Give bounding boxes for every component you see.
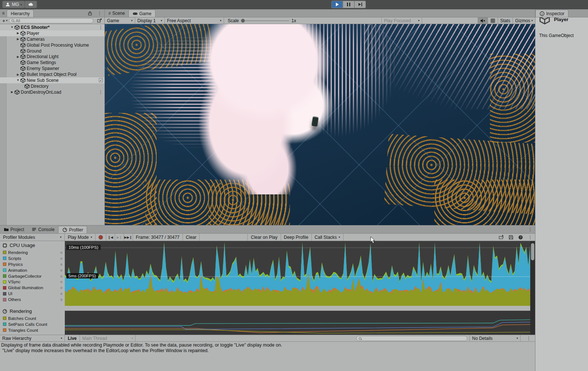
scrollbar-thumb[interactable] <box>531 243 534 260</box>
call-stacks-dropdown[interactable]: Call Stacks▾ <box>312 234 344 241</box>
display-dropdown[interactable]: Display 1▾ <box>135 17 165 24</box>
live-toggle[interactable]: Live <box>65 335 80 341</box>
tree-row[interactable]: ▶ Bullet Impact Object Pool <box>0 71 104 77</box>
cloud-services-button[interactable] <box>24 1 37 8</box>
expander-icon[interactable]: ▼ <box>16 78 20 82</box>
expander-icon[interactable]: ▶ <box>16 73 20 76</box>
tree-row[interactable]: Ground <box>0 48 104 54</box>
next-frame-button[interactable]: ▶❙ <box>115 234 124 241</box>
drag-handle-icon[interactable]: ≡ <box>60 262 63 267</box>
tab-console[interactable]: Console <box>28 226 58 233</box>
legend-row[interactable]: Animation≡ <box>0 267 65 273</box>
mute-audio-button[interactable] <box>478 17 488 24</box>
cpu-usage-chart[interactable]: 10ms (100FPS) 5ms (200FPS) <box>65 241 530 306</box>
tree-row[interactable]: Enemy Spawner <box>0 66 104 71</box>
hamburger-icon[interactable]: ≡ <box>0 9 7 17</box>
tab-project[interactable]: Project <box>0 226 28 233</box>
first-frame-button[interactable]: ❙◀ <box>106 234 115 241</box>
play-mode-dropdown[interactable]: Play Mode▾ <box>65 234 96 241</box>
clear-button[interactable]: Clear <box>183 234 200 241</box>
tab-scene[interactable]: # Scene <box>105 10 128 17</box>
tree-row[interactable]: ▶ Directional Light <box>0 54 104 60</box>
help-icon[interactable] <box>516 234 525 241</box>
tree-row-scene[interactable]: ▼ ECS Shooter* ⋮ <box>0 24 104 30</box>
step-button[interactable] <box>354 1 366 8</box>
tree-row[interactable]: ▶ Player <box>0 30 104 36</box>
load-profile-icon[interactable] <box>497 234 506 241</box>
expander-icon[interactable]: ▼ <box>10 26 14 29</box>
tab-hierarchy[interactable]: Hierarchy <box>7 10 34 17</box>
drag-handle-icon[interactable]: ≡ <box>60 256 63 261</box>
scene-menu-icon[interactable]: ⋮ <box>98 90 103 95</box>
save-profile-icon[interactable] <box>506 234 516 241</box>
legend-row[interactable]: Batches Count <box>0 315 65 321</box>
drag-handle-icon[interactable]: ≡ <box>60 285 63 290</box>
legend-row[interactable]: VSync≡ <box>0 279 65 285</box>
legend-row[interactable]: Physics≡ <box>0 261 65 267</box>
expander-icon[interactable]: ▶ <box>16 31 20 35</box>
expander-icon[interactable]: ▶ <box>16 37 20 41</box>
tree-row[interactable]: Game Settings <box>0 60 104 66</box>
legend-row[interactable]: UI≡ <box>0 291 65 297</box>
deep-profile-toggle[interactable]: Deep Profile <box>281 234 312 241</box>
subscene-checkbox[interactable]: ✓ <box>99 78 103 82</box>
play-button[interactable] <box>331 1 343 8</box>
open-new-window-icon[interactable] <box>95 17 104 24</box>
legend-row[interactable]: GarbageCollector≡ <box>0 273 65 279</box>
scene-menu-icon[interactable]: ⋮ <box>98 25 103 30</box>
rendering-module-header[interactable]: Rendering <box>0 307 65 315</box>
tab-game[interactable]: Game <box>128 10 156 17</box>
drag-handle-icon[interactable]: ≡ <box>60 268 63 273</box>
details-dropdown[interactable]: No Details ▾ <box>470 335 521 341</box>
stats-button[interactable]: Stats <box>498 17 512 24</box>
create-object-button[interactable]: + <box>0 18 6 24</box>
clear-on-play-toggle[interactable]: Clear on Play <box>248 234 281 241</box>
hierarchy-search-input[interactable]: All <box>9 18 93 23</box>
legend-row[interactable]: SetPass Calls Count <box>0 321 65 327</box>
panel-menu-icon[interactable]: ⋮ <box>525 225 535 233</box>
play-focused-dropdown[interactable]: Play Focused▾ <box>381 17 422 24</box>
tree-row-dontdestroy[interactable]: ▶ DontDestroyOnLoad ⋮ <box>0 89 104 95</box>
vsync-grid-button[interactable] <box>488 17 498 24</box>
tree-row[interactable]: ▶ Cameras <box>0 36 104 42</box>
profiler-modules-dropdown[interactable]: Profiler Modules ▾ <box>0 234 65 241</box>
drag-handle-icon[interactable]: ≡ <box>60 291 63 296</box>
aspect-dropdown[interactable]: Free Aspect▾ <box>165 17 224 24</box>
lock-icon[interactable] <box>85 9 95 17</box>
scale-slider[interactable] <box>241 20 289 21</box>
last-frame-button[interactable]: ▶▶❙ <box>124 234 133 241</box>
expander-icon[interactable]: ▶ <box>16 55 20 59</box>
tree-row[interactable]: Directory <box>0 83 104 89</box>
drag-handle-icon[interactable]: ≡ <box>60 250 63 255</box>
rendering-chart[interactable] <box>65 311 530 335</box>
footer-menu-icon[interactable]: ⋮ <box>524 335 534 341</box>
tab-inspector[interactable]: Inspector <box>535 10 568 17</box>
legend-row[interactable]: Scripts≡ <box>0 255 65 261</box>
chart-scrollbar[interactable] <box>530 241 535 335</box>
scale-slider-knob[interactable] <box>241 19 245 23</box>
legend-row[interactable]: Triangles Count <box>0 327 65 333</box>
cpu-module-header[interactable]: CPU Usage <box>0 241 65 250</box>
gizmos-dropdown[interactable]: Gizmos▾ <box>512 17 535 24</box>
tree-row-subscene[interactable]: ▼ New Sub Scene ✓ <box>0 77 104 83</box>
raw-hierarchy-dropdown[interactable]: Raw Hierarchy ▾ <box>0 335 65 341</box>
pause-button[interactable] <box>343 1 354 8</box>
account-button[interactable]: MG ▾ <box>2 1 25 8</box>
tab-profiler[interactable]: Profiler <box>58 226 87 233</box>
drag-handle-icon[interactable]: ≡ <box>60 280 63 284</box>
create-chevron-icon[interactable]: ▾ <box>6 19 7 22</box>
drag-handle-icon[interactable]: ≡ <box>60 297 63 302</box>
legend-row[interactable]: Others≡ <box>0 297 65 303</box>
thread-dropdown[interactable]: Main Thread ▾ <box>80 335 136 341</box>
hierarchy-menu-icon[interactable]: ⋮ <box>95 9 104 17</box>
game-view-dropdown[interactable]: Game▾ <box>105 17 135 24</box>
legend-row[interactable]: Rendering≡ <box>0 250 65 255</box>
record-button[interactable] <box>96 234 106 241</box>
game-viewport[interactable] <box>105 24 535 225</box>
expander-icon[interactable]: ▶ <box>10 90 14 94</box>
legend-row[interactable]: Global Illumination≡ <box>0 285 65 291</box>
profiler-menu-icon[interactable]: ⋮ <box>525 234 535 241</box>
tree-row[interactable]: Global Post Processing Volume <box>0 42 104 48</box>
drag-handle-icon[interactable]: ≡ <box>60 274 63 278</box>
profiler-search-input[interactable] <box>356 336 467 341</box>
